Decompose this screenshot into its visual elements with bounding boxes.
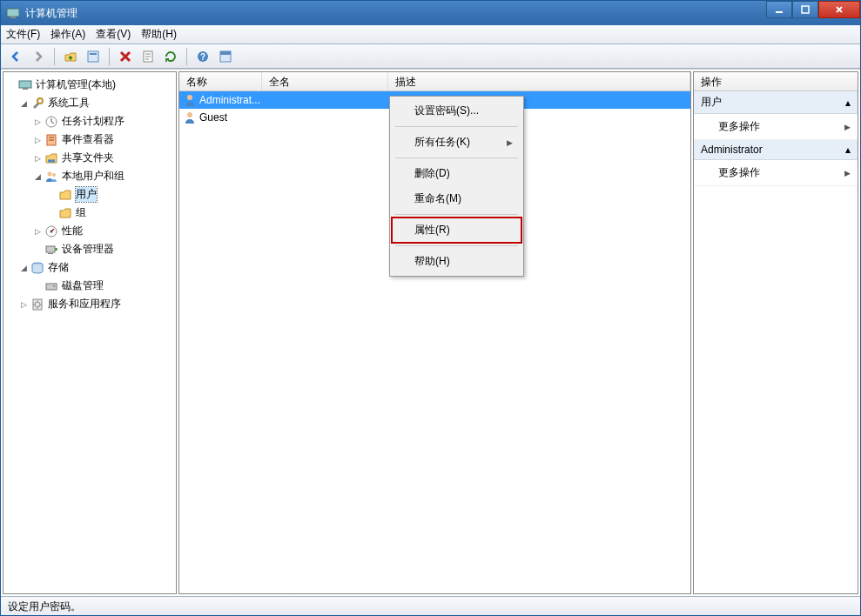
svg-point-16 xyxy=(48,159,51,163)
tree-label: 设备管理器 xyxy=(62,242,114,257)
tree-label: 服务和应用程序 xyxy=(48,297,121,311)
user-icon xyxy=(183,93,197,107)
toolbar-separator xyxy=(109,48,110,65)
tree-local-users[interactable]: ◢ 本地用户和组 xyxy=(3,167,176,185)
ctx-rename[interactable]: 重命名(M) xyxy=(392,186,521,211)
tree-disk-mgmt[interactable]: 磁盘管理 xyxy=(3,277,176,295)
svg-rect-12 xyxy=(23,88,28,90)
actions-section-users[interactable]: 用户 ▴ xyxy=(694,91,858,114)
refresh-button[interactable] xyxy=(161,47,180,66)
tree-task-scheduler[interactable]: ▷ 任务计划程序 xyxy=(3,112,176,131)
svg-point-31 xyxy=(187,112,192,117)
menu-file[interactable]: 文件(F) xyxy=(6,27,40,42)
properties-button[interactable] xyxy=(84,47,103,66)
ctx-properties[interactable]: 属性(R) xyxy=(392,218,521,243)
expand-icon[interactable]: ▷ xyxy=(33,153,43,163)
tree-system-tools[interactable]: ◢ 系统工具 xyxy=(3,94,176,112)
tree-label: 性能 xyxy=(62,224,83,238)
expand-icon[interactable]: ▷ xyxy=(33,117,43,126)
user-icon xyxy=(183,110,197,124)
tree-services-apps[interactable]: ▷ 服务和应用程序 xyxy=(3,295,176,313)
collapse-icon: ▴ xyxy=(845,97,851,109)
ctx-label: 重命名(M) xyxy=(414,191,461,206)
ctx-label: 帮助(H) xyxy=(414,254,450,269)
collapse-icon[interactable]: ◢ xyxy=(19,263,29,272)
tree-label: 本地用户和组 xyxy=(62,169,124,184)
tree-users[interactable]: 用户 xyxy=(3,185,176,204)
back-button[interactable] xyxy=(6,47,25,66)
tree-groups[interactable]: 组 xyxy=(3,204,176,222)
menu-action[interactable]: 操作(A) xyxy=(50,27,85,42)
window-buttons xyxy=(766,1,860,25)
minimize-button[interactable] xyxy=(766,1,792,18)
app-icon xyxy=(6,6,20,20)
menubar: 文件(F) 操作(A) 查看(V) 帮助(H) xyxy=(1,25,860,44)
services-icon xyxy=(30,298,44,311)
maximize-button[interactable] xyxy=(792,1,818,18)
toolbar: ? xyxy=(1,44,860,69)
svg-point-17 xyxy=(51,159,55,163)
device-icon xyxy=(44,243,58,257)
svg-point-21 xyxy=(50,230,53,232)
users-group-icon xyxy=(44,170,58,184)
blank-icon xyxy=(33,281,43,291)
tree-panel[interactable]: 计算机管理(本地) ◢ 系统工具 ▷ 任务计划程序 ▷ 事件查看器 ▷ 共享文件… xyxy=(3,71,177,594)
tree-device-manager[interactable]: 设备管理器 xyxy=(3,240,176,258)
tree-root[interactable]: 计算机管理(本地) xyxy=(3,76,176,94)
ctx-label: 设置密码(S)... xyxy=(414,104,479,118)
ctx-separator xyxy=(395,126,518,127)
options-button[interactable] xyxy=(216,47,235,66)
list-header: 名称 全名 描述 xyxy=(179,72,690,91)
svg-rect-23 xyxy=(48,253,53,254)
action-more-admin[interactable]: 更多操作 ▶ xyxy=(694,160,858,186)
computer-management-window: 计算机管理 文件(F) 操作(A) 查看(V) 帮助(H) ? xyxy=(0,0,861,616)
ctx-separator xyxy=(395,245,518,246)
ctx-set-password[interactable]: 设置密码(S)... xyxy=(392,98,521,124)
ctx-delete[interactable]: 删除(D) xyxy=(392,161,521,186)
svg-rect-2 xyxy=(776,11,783,13)
cell-name: Administrat... xyxy=(199,94,276,106)
collapse-icon[interactable]: ◢ xyxy=(33,171,43,181)
svg-rect-24 xyxy=(55,248,57,251)
expand-icon[interactable]: ▷ xyxy=(33,226,43,236)
svg-rect-1 xyxy=(10,17,16,18)
action-more-users[interactable]: 更多操作 ▶ xyxy=(694,114,858,140)
tree-storage[interactable]: ◢ 存储 xyxy=(3,258,176,277)
ctx-separator xyxy=(395,214,518,215)
tree-label: 存储 xyxy=(48,260,69,275)
export-button[interactable] xyxy=(138,47,158,66)
actions-section-admin[interactable]: Administrator ▴ xyxy=(694,140,858,160)
svg-rect-10 xyxy=(220,51,231,55)
folder-icon xyxy=(58,188,72,202)
column-name[interactable]: 名称 xyxy=(179,72,262,90)
status-text: 设定用户密码。 xyxy=(8,600,81,613)
ctx-label: 删除(D) xyxy=(414,166,450,181)
delete-button[interactable] xyxy=(116,47,135,66)
cell-name: Guest xyxy=(199,111,276,124)
column-fullname[interactable]: 全名 xyxy=(262,72,388,90)
tree-label: 任务计划程序 xyxy=(62,114,124,129)
help-button[interactable]: ? xyxy=(193,47,212,66)
blank-icon xyxy=(7,80,17,90)
up-folder-button[interactable] xyxy=(61,47,80,66)
svg-point-18 xyxy=(48,171,52,176)
ctx-label: 所有任务(K) xyxy=(414,135,470,150)
tree-label: 组 xyxy=(76,205,86,220)
tree-shared-folders[interactable]: ▷ 共享文件夹 xyxy=(3,149,176,167)
expand-icon[interactable]: ▷ xyxy=(19,299,29,309)
column-description[interactable]: 描述 xyxy=(388,72,690,90)
tree-event-viewer[interactable]: ▷ 事件查看器 xyxy=(3,131,176,149)
ctx-all-tasks[interactable]: 所有任务(K) ▶ xyxy=(392,130,521,155)
close-button[interactable] xyxy=(818,1,860,18)
menu-view[interactable]: 查看(V) xyxy=(96,27,131,42)
tree-performance[interactable]: ▷ 性能 xyxy=(3,222,176,240)
folder-icon xyxy=(58,206,72,220)
expand-icon[interactable]: ▷ xyxy=(33,135,43,144)
forward-button[interactable] xyxy=(29,47,48,66)
svg-rect-4 xyxy=(88,51,98,62)
collapse-icon[interactable]: ◢ xyxy=(19,98,29,108)
disk-icon xyxy=(44,279,58,293)
menu-help[interactable]: 帮助(H) xyxy=(141,27,177,42)
action-label: 更多操作 xyxy=(718,119,760,134)
ctx-help[interactable]: 帮助(H) xyxy=(392,249,521,274)
